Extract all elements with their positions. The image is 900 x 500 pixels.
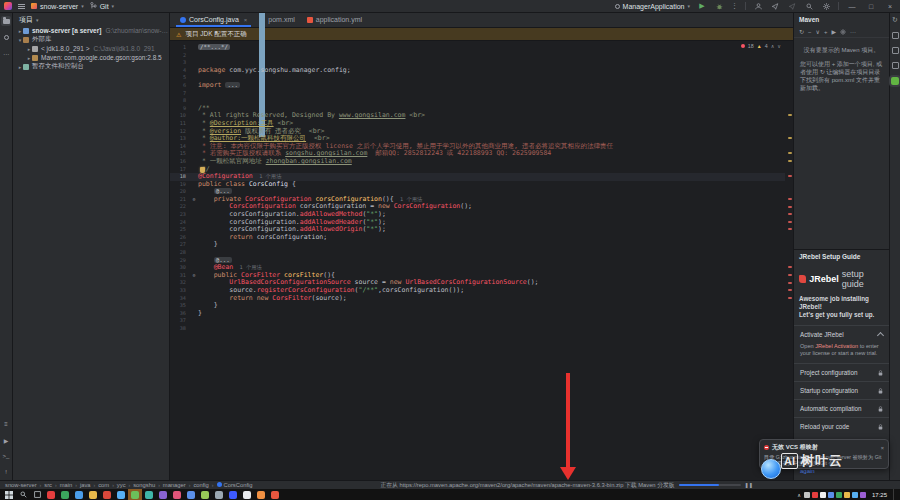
red-stripe-mark[interactable] xyxy=(788,297,792,299)
prev-problem-icon[interactable]: ∧ xyxy=(771,43,775,49)
inspections-widget[interactable]: 18 ▲ 4 ∧ ∨ xyxy=(741,43,781,49)
breadcrumb-item[interactable]: main xyxy=(60,482,73,488)
breadcrumb-item[interactable]: yyc xyxy=(117,482,126,488)
code-line[interactable]: 37 xyxy=(170,317,785,325)
red-stripe-mark[interactable] xyxy=(788,289,792,291)
breadcrumb-item[interactable]: config xyxy=(193,482,208,488)
minimize-button[interactable]: — xyxy=(846,3,858,10)
code-line[interactable]: 1/**...*/ xyxy=(170,44,785,52)
breadcrumb-item[interactable]: manager xyxy=(163,482,186,488)
code-line[interactable]: 26 return corsConfiguration; xyxy=(170,234,785,242)
settings-icon[interactable] xyxy=(840,29,846,35)
yellow-stripe-mark[interactable] xyxy=(788,137,792,139)
taskbar-app[interactable] xyxy=(100,489,114,500)
yellow-stripe-mark[interactable] xyxy=(788,114,792,116)
red-stripe-mark[interactable] xyxy=(788,228,792,230)
debug-button[interactable] xyxy=(714,1,724,11)
tray-icon[interactable] xyxy=(812,492,818,498)
code-line[interactable]: 6import ... xyxy=(170,82,785,90)
jrebel-section-header[interactable]: Startup configuration xyxy=(794,382,889,399)
main-menu-icon[interactable] xyxy=(18,4,25,9)
services-tool-icon[interactable]: ▶ xyxy=(1,435,11,445)
start-button[interactable] xyxy=(2,489,16,500)
close-tab-icon[interactable]: × xyxy=(244,17,248,23)
more-tools-icon[interactable]: ⋯ xyxy=(1,48,11,58)
refresh-icon[interactable]: ↻ xyxy=(799,28,804,35)
code-line[interactable]: 29 @... xyxy=(170,257,785,265)
taskbar-app[interactable] xyxy=(86,489,100,500)
tray-icon[interactable] xyxy=(820,492,826,498)
code-line[interactable]: 36} xyxy=(170,310,785,318)
tree-item[interactable]: ▸Maven: com.google.code.gson:gson:2.8.5 xyxy=(13,53,169,62)
tree-item[interactable]: ▸暂存文件和控制台 xyxy=(13,62,169,71)
problems-tool-icon[interactable]: ! xyxy=(1,467,11,477)
code-line[interactable]: 28 xyxy=(170,249,785,257)
breadcrumb-item[interactable]: CorsConfig xyxy=(217,482,253,488)
taskbar-app[interactable] xyxy=(240,489,254,500)
tray-icon[interactable] xyxy=(852,492,858,498)
more-actions-icon[interactable]: ⋮ xyxy=(731,2,738,10)
code-line[interactable]: 4package com.yyc.songshu.manager.config; xyxy=(170,67,785,75)
taskbar-app[interactable] xyxy=(72,489,86,500)
tray-expand-icon[interactable]: ∧ xyxy=(797,492,801,498)
next-problem-icon[interactable]: ∨ xyxy=(777,43,781,49)
taskbar-app[interactable] xyxy=(170,489,184,500)
jrebel-section-header[interactable]: Project configuration xyxy=(794,364,889,381)
red-stripe-mark[interactable] xyxy=(788,198,792,200)
taskbar-app[interactable] xyxy=(58,489,72,500)
code-line[interactable]: 17 */ xyxy=(170,166,785,174)
run-button[interactable]: ▶ xyxy=(697,1,707,11)
pause-icon[interactable]: ❚❚ xyxy=(745,482,753,488)
taskbar-app[interactable] xyxy=(156,489,170,500)
code-line[interactable]: 34 return new CorsFilter(source); xyxy=(170,295,785,303)
code-line[interactable]: 7 xyxy=(170,90,785,98)
breadcrumb-item[interactable]: com xyxy=(98,482,109,488)
jrebel-activation-link[interactable]: JRebel Activation xyxy=(815,343,858,349)
jrebel-section-header[interactable]: Activate JRebel xyxy=(794,326,889,343)
project-widget[interactable]: snow-server ▾ xyxy=(31,3,84,10)
red-stripe-mark[interactable] xyxy=(788,282,792,284)
breadcrumb-item[interactable]: src xyxy=(44,482,52,488)
red-stripe-mark[interactable] xyxy=(788,221,792,223)
code-line[interactable]: 35 } xyxy=(170,302,785,310)
settings-gear-icon[interactable] xyxy=(821,1,831,11)
dependencies-icon[interactable] xyxy=(892,47,899,54)
add-icon[interactable]: + xyxy=(824,29,828,35)
jrebel-section-header[interactable]: Reload your code xyxy=(794,418,889,435)
more-icon[interactable]: ··· xyxy=(850,29,856,35)
project-tool-icon[interactable] xyxy=(1,16,11,26)
red-stripe-mark[interactable] xyxy=(788,266,792,268)
tree-item[interactable]: ▸snow-server [a server]G:\zhuomian\snow-… xyxy=(13,26,169,35)
taskbar-app[interactable] xyxy=(44,489,58,500)
editor-tab[interactable]: CorsConfig.java× xyxy=(174,12,253,27)
task-view-icon[interactable] xyxy=(30,489,44,500)
red-stripe-mark[interactable] xyxy=(788,206,792,208)
tray-icon[interactable] xyxy=(860,492,866,498)
jrebel-icon[interactable] xyxy=(891,77,899,85)
red-stripe-mark[interactable] xyxy=(788,274,792,276)
taskbar-app[interactable] xyxy=(254,489,268,500)
assistant-bubble[interactable] xyxy=(761,459,781,479)
editor-tab[interactable]: application.yml xyxy=(301,12,368,27)
taskbar-app[interactable] xyxy=(198,489,212,500)
taskbar-app[interactable] xyxy=(142,489,156,500)
breadcrumb-item[interactable]: java xyxy=(80,482,91,488)
sort-icon[interactable]: ∨ xyxy=(816,28,820,35)
taskbar-clock[interactable]: 17:25 xyxy=(872,492,887,498)
taskbar-app[interactable] xyxy=(128,489,142,500)
run-configuration[interactable]: ManagerApplication ▾ xyxy=(615,3,690,10)
code-line[interactable]: 19public class CorsConfig { xyxy=(170,181,785,189)
taskbar-app[interactable] xyxy=(268,489,282,500)
taskbar-app[interactable] xyxy=(226,489,240,500)
red-stripe-mark[interactable] xyxy=(788,213,792,215)
terminal-tool-icon[interactable]: >_ xyxy=(1,451,11,461)
yellow-stripe-mark[interactable] xyxy=(788,152,792,154)
help-icon[interactable] xyxy=(892,62,899,69)
run-icon[interactable]: ▶ xyxy=(831,28,836,35)
code-line[interactable]: 16 * 一颗松鼠官网地址 zhongban.gongsilan.com xyxy=(170,158,785,166)
red-stripe-mark[interactable] xyxy=(788,175,792,177)
tray-icon[interactable] xyxy=(804,492,810,498)
show-desktop-button[interactable] xyxy=(893,489,896,500)
tree-item[interactable]: ▸< jdk1.8.0_291 >C:\Java\jdk1.8.0_291 xyxy=(13,44,169,53)
search-everywhere-icon[interactable] xyxy=(804,1,814,11)
